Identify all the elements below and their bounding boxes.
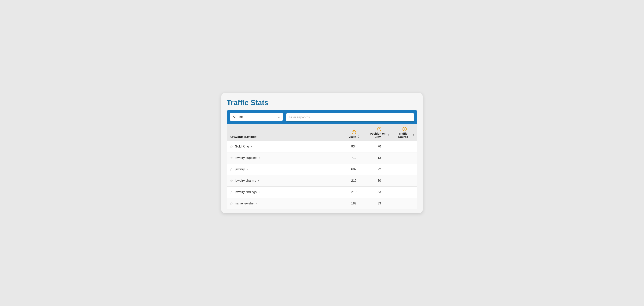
visits-cell-4: 210 (341, 186, 366, 198)
col-header-visits: ? Visits ▲ ▼ (341, 124, 366, 141)
position-sort-arrows[interactable]: ▲ ▼ (387, 134, 389, 137)
chevron-down-icon[interactable]: ▾ (259, 156, 260, 159)
keyword-text: Gold Ring (235, 145, 249, 148)
keyword-text: jewelry findings (235, 190, 257, 194)
keyword-text: jewelry charms (235, 179, 256, 182)
keyword-cell-0: ☆ Gold Ring ▾ (227, 141, 341, 152)
chevron-down-icon[interactable]: ▾ (251, 145, 252, 148)
position-cell-0: 70 (366, 141, 392, 152)
keyword-cell-5: ☆ name jewelry ▾ (227, 198, 341, 209)
source-cell-4 (392, 186, 417, 198)
star-icon[interactable]: ☆ (230, 179, 233, 183)
chevron-down-icon[interactable]: ▾ (256, 202, 257, 205)
col-header-source: ? Traffic Source ▲ ▼ (392, 124, 417, 141)
visits-cell-0: 934 (341, 141, 366, 152)
source-cell-2 (392, 164, 417, 175)
visits-cell-3: 219 (341, 175, 366, 186)
source-cell-0 (392, 141, 417, 152)
table-row: ☆ jewelry charms ▾ 219 50 (227, 175, 417, 186)
chevron-down-icon[interactable]: ▾ (258, 180, 259, 182)
visits-cell-5: 182 (341, 198, 366, 209)
chevron-down-icon[interactable]: ▾ (247, 168, 248, 171)
source-sort-arrows[interactable]: ▲ ▼ (413, 134, 414, 137)
keywords-table: Keywords (Listings) ? Visits ▲ ▼ (227, 124, 417, 209)
position-cell-3: 50 (366, 175, 392, 186)
star-icon[interactable]: ☆ (230, 167, 233, 172)
keyword-cell-4: ☆ jewelry findings ▾ (227, 186, 341, 198)
visits-help-icon[interactable]: ? (352, 130, 356, 134)
visits-cell-2: 607 (341, 164, 366, 175)
page-title: Traffic Stats (227, 98, 417, 107)
table-row: ☆ jewelry ▾ 607 22 (227, 164, 417, 175)
position-help-icon[interactable]: ? (377, 127, 381, 131)
keyword-text: name jewelry (235, 202, 254, 206)
position-cell-2: 22 (366, 164, 392, 175)
filter-keywords-input[interactable] (286, 113, 414, 122)
keyword-cell-3: ☆ jewelry charms ▾ (227, 175, 341, 186)
source-cell-1 (392, 152, 417, 164)
keyword-text: jewelry supplies (235, 156, 257, 160)
star-icon[interactable]: ☆ (230, 190, 233, 194)
table-row: ☆ Gold Ring ▾ 934 70 (227, 141, 417, 152)
time-select-wrapper: All Time Last 30 Days Last 90 Days Last … (230, 113, 283, 122)
chevron-down-icon[interactable]: ▾ (258, 191, 260, 194)
position-cell-4: 33 (366, 186, 392, 198)
card-bottom-padding (227, 209, 417, 213)
source-cell-3 (392, 175, 417, 186)
visits-cell-1: 712 (341, 152, 366, 164)
position-cell-1: 13 (366, 152, 392, 164)
keyword-cell-2: ☆ jewelry ▾ (227, 164, 341, 175)
time-select[interactable]: All Time Last 30 Days Last 90 Days Last … (230, 113, 283, 121)
position-cell-5: 53 (366, 198, 392, 209)
star-icon[interactable]: ☆ (230, 156, 233, 160)
table-row: ☆ jewelry supplies ▾ 712 13 (227, 152, 417, 164)
col-header-keyword: Keywords (Listings) (227, 124, 341, 141)
col-header-position: ? Position on Etsy ▲ ▼ (366, 124, 392, 141)
keyword-cell-1: ☆ jewelry supplies ▾ (227, 152, 341, 164)
source-help-icon[interactable]: ? (402, 127, 407, 131)
star-icon[interactable]: ☆ (230, 144, 233, 149)
table-row: ☆ jewelry findings ▾ 210 33 (227, 186, 417, 198)
keyword-text: jewelry (235, 168, 245, 171)
table-container: Keywords (Listings) ? Visits ▲ ▼ (227, 124, 417, 209)
visits-sort-arrows[interactable]: ▲ ▼ (358, 135, 359, 138)
toolbar: All Time Last 30 Days Last 90 Days Last … (227, 110, 417, 124)
source-cell-5 (392, 198, 417, 209)
table-row: ☆ name jewelry ▾ 182 53 (227, 198, 417, 209)
star-icon[interactable]: ☆ (230, 202, 233, 206)
traffic-stats-card: Traffic Stats All Time Last 30 Days Last… (222, 93, 422, 213)
